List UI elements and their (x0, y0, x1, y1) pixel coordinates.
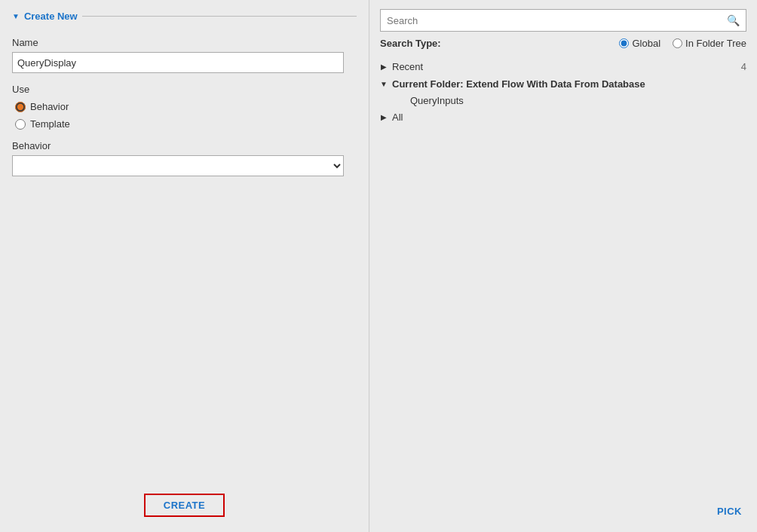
radio-template[interactable]: Template (15, 118, 357, 130)
pick-button[interactable]: PICK (717, 506, 742, 517)
name-input[interactable] (12, 52, 344, 73)
tree-all-item[interactable]: ▶ All (380, 109, 746, 126)
global-radio-label: Global (632, 38, 660, 49)
folder-radio-label: In Folder Tree (685, 38, 746, 49)
behavior-radio-label[interactable]: Behavior (30, 101, 69, 112)
recent-label: Recent (392, 61, 423, 72)
section-divider (82, 16, 357, 17)
folder-radio-input[interactable] (673, 38, 682, 48)
radio-behavior[interactable]: Behavior (15, 101, 357, 112)
tree-recent-item[interactable]: ▶ Recent 4 (380, 58, 746, 75)
tree-current-folder-item[interactable]: ▼ Current Folder: Extend Flow With Data … (380, 75, 746, 93)
behavior-label: Behavior (12, 140, 357, 151)
left-panel: ▼ Create New Name Use Behavior Template … (0, 0, 369, 532)
current-folder-label: Current Folder: Extend Flow With Data Fr… (392, 78, 645, 90)
current-folder-arrow-icon: ▼ (380, 80, 388, 88)
collapse-icon: ▼ (12, 12, 20, 20)
left-bottom-actions: CREATE (0, 494, 369, 517)
search-bar: 🔍 (380, 9, 746, 32)
queryinputs-label: QueryInputs (410, 95, 464, 106)
recent-count: 4 (741, 61, 746, 72)
use-label: Use (12, 84, 357, 95)
search-input[interactable] (387, 15, 722, 26)
recent-arrow-icon: ▶ (380, 63, 388, 71)
search-type-label: Search Type: (380, 38, 441, 49)
form-area: Name Use Behavior Template Behavior (0, 29, 369, 176)
global-radio-item[interactable]: Global (619, 38, 660, 49)
template-radio-input[interactable] (15, 119, 26, 130)
all-label: All (392, 112, 403, 123)
use-radio-group: Behavior Template (15, 101, 357, 130)
folder-radio-item[interactable]: In Folder Tree (673, 38, 746, 49)
tree-area: ▶ Recent 4 ▼ Current Folder: Extend Flow… (369, 55, 757, 532)
global-radio-input[interactable] (619, 38, 629, 48)
tree-child-queryinputs[interactable]: QueryInputs (380, 93, 746, 109)
name-label: Name (12, 37, 357, 48)
right-bottom-actions: PICK (717, 506, 742, 517)
right-panel: 🔍 Search Type: Global In Folder Tree ▶ R… (369, 0, 757, 532)
template-radio-label[interactable]: Template (30, 118, 70, 130)
search-type-radios: Global In Folder Tree (619, 38, 746, 49)
behavior-radio-input[interactable] (15, 102, 26, 112)
search-type-row: Search Type: Global In Folder Tree (369, 38, 757, 49)
section-title: Create New (24, 11, 78, 22)
section-header: ▼ Create New (0, 0, 369, 29)
all-arrow-icon: ▶ (380, 113, 388, 121)
create-button[interactable]: CREATE (144, 494, 225, 517)
behavior-select[interactable] (12, 155, 344, 176)
search-icon: 🔍 (727, 14, 740, 26)
